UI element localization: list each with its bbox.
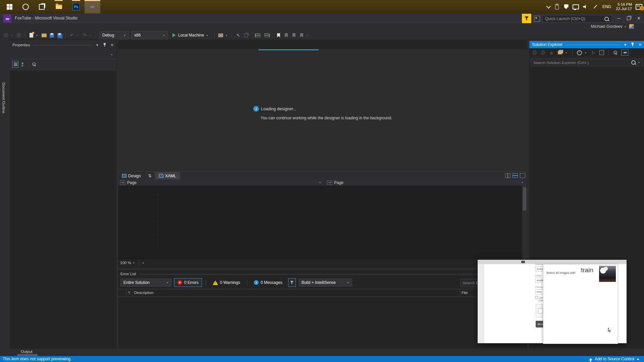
xaml-view-tab[interactable]: XAML [155, 172, 180, 180]
send-feedback-icon[interactable] [534, 16, 540, 22]
next-bookmark-button[interactable] [291, 33, 297, 38]
select-mode-button[interactable]: ↖ [235, 33, 241, 38]
breadcrumb-right[interactable]: <> Page▾ [325, 179, 527, 186]
visual-studio-taskbar-button[interactable]: ∞ [85, 0, 100, 13]
collapse-all-button[interactable]: − [599, 50, 604, 55]
user-account[interactable]: Michael Gordeev ▾ [591, 24, 634, 29]
minimize-button[interactable]: ─ [614, 13, 624, 23]
defender-tray-button[interactable]: ✓ [561, 0, 571, 13]
increase-indent-button[interactable] [263, 33, 269, 38]
file-column-header[interactable]: File [462, 291, 468, 295]
window-position-dropdown[interactable]: ▾ [623, 43, 628, 47]
navigate-back-dropdown[interactable]: ▾ [11, 34, 14, 37]
feedback-filter-button[interactable] [522, 14, 531, 23]
pending-changes-dropdown[interactable]: ▾ [585, 51, 588, 54]
photoshop-button[interactable]: Ps [68, 0, 84, 13]
design-view-tab[interactable]: Design [118, 172, 145, 180]
toolbar-overflow-dropdown[interactable]: ▾ [307, 34, 309, 37]
document-outline-tab[interactable]: Document Outline [2, 82, 6, 113]
close-icon[interactable]: ✕ [110, 43, 114, 47]
close-button[interactable]: ✕ [634, 13, 644, 23]
previous-bookmark-button[interactable] [283, 33, 289, 38]
redo-button[interactable]: ↷ [82, 33, 87, 38]
restore-button[interactable] [624, 13, 634, 23]
save-all-button[interactable] [57, 33, 62, 38]
usb-tray-button[interactable] [552, 0, 561, 13]
horizontal-split-button[interactable] [513, 173, 518, 178]
pending-changes-filter-button[interactable] [577, 50, 582, 55]
back-button[interactable]: ‹ [532, 50, 537, 55]
toggle-bookmark-button[interactable] [276, 33, 281, 38]
configuration-select[interactable]: Debug▾ [99, 31, 129, 39]
properties-object-select[interactable]: ▾ [9, 50, 116, 59]
undo-button[interactable]: ↶ [69, 33, 74, 38]
decrease-indent-button[interactable] [256, 33, 261, 38]
breadcrumb-left[interactable]: <> Page▾ [118, 179, 325, 186]
platform-select[interactable]: x86▾ [131, 31, 168, 39]
error-source-select[interactable]: Build + IntelliSense▾ [299, 279, 352, 287]
save-button[interactable] [49, 33, 54, 38]
search-options-dropdown[interactable]: ▾ [638, 61, 641, 64]
overlay-window-titlebar[interactable] [478, 260, 627, 264]
filter-button[interactable] [288, 278, 296, 287]
action-center-button[interactable]: 1 [634, 0, 644, 13]
redo-dropdown[interactable]: ▾ [90, 34, 92, 37]
pin-icon[interactable] [102, 43, 107, 47]
clock[interactable]: 5:16 PM22-Jul-17 [614, 0, 634, 13]
find-dropdown[interactable]: ▾ [226, 34, 228, 37]
format-document-button[interactable] [243, 33, 249, 38]
new-file-button[interactable] [29, 33, 34, 38]
recaptcha-checkbox[interactable] [538, 308, 543, 313]
open-file-button[interactable] [41, 33, 47, 38]
forward-button[interactable]: › [540, 50, 546, 55]
switch-views-dropdown[interactable]: ▾ [566, 51, 568, 54]
add-to-source-control-button[interactable]: Add to Source Control [589, 357, 644, 361]
window-position-dropdown[interactable]: ▾ [95, 43, 100, 47]
sync-with-active-document-button[interactable]: ↻ [591, 50, 596, 55]
promo-checkbox-row[interactable]: Get I [535, 296, 544, 299]
zoom-level[interactable]: 100 % [120, 261, 131, 265]
undo-dropdown[interactable]: ▾ [77, 34, 79, 37]
alphabetical-sort-button[interactable]: AZ↓ [21, 62, 24, 67]
find-in-files-button[interactable] [218, 33, 223, 38]
pin-icon[interactable] [630, 43, 635, 47]
xaml-code-editor[interactable] [118, 186, 527, 259]
volume-tray-button[interactable] [580, 0, 590, 13]
messages-filter-button[interactable]: i0 Messages [251, 279, 285, 287]
description-column-header[interactable]: Description [134, 291, 154, 295]
solution-explorer-header[interactable]: Solution Explorer ▾ ✕ [529, 41, 644, 48]
quick-launch-input[interactable]: Quick Launch (Ctrl+Q) [542, 15, 612, 22]
home-icon[interactable]: ⌂ [549, 50, 554, 55]
network-tray-button[interactable] [571, 0, 580, 13]
categorized-view-button[interactable] [12, 61, 19, 68]
properties-panel-header[interactable]: Properties ▾ ✕ [9, 41, 116, 49]
run-target-dropdown[interactable]: ▾ [206, 34, 209, 37]
scrollbar-thumb[interactable] [523, 187, 526, 210]
editor-scrollbar[interactable] [522, 186, 527, 259]
vertical-split-button[interactable] [505, 173, 511, 178]
output-tab[interactable]: Output [21, 350, 33, 354]
cortana-button[interactable] [19, 0, 32, 13]
preview-selected-items-toggle[interactable] [621, 50, 629, 56]
navigate-back-button[interactable]: ‹ [3, 33, 9, 38]
task-view-button[interactable] [35, 0, 48, 13]
new-file-dropdown[interactable]: ▾ [36, 34, 39, 37]
swap-panes-button[interactable]: ⇅ [145, 173, 155, 178]
pen-tray-button[interactable] [591, 0, 600, 13]
close-icon[interactable]: ✕ [638, 43, 642, 47]
error-scope-select[interactable]: Entire Solution▾ [120, 279, 171, 287]
solution-explorer-search-input[interactable]: Search Solution Explorer (Ctrl+;) ▾ [531, 59, 643, 66]
switch-views-button[interactable] [557, 50, 562, 55]
collapse-pane-button[interactable] [520, 173, 525, 178]
file-explorer-button[interactable] [51, 0, 66, 13]
zoom-dropdown[interactable]: ▾ [133, 261, 136, 264]
errors-filter-button[interactable]: ✕0 Errors [174, 278, 202, 287]
tray-chevron-button[interactable] [544, 0, 552, 13]
start-debug-button[interactable]: Local Machine ▾ [170, 33, 211, 38]
language-indicator[interactable]: ENG [601, 0, 612, 13]
properties-button[interactable] [613, 50, 618, 55]
hscroll-left-arrow[interactable]: ◂ [142, 261, 144, 264]
property-pages-button[interactable] [32, 62, 36, 66]
clear-bookmarks-button[interactable] [299, 33, 304, 38]
overlay-browser-window[interactable]: Userna dr.dooli Email doolitle Passwo ••… [478, 260, 627, 343]
